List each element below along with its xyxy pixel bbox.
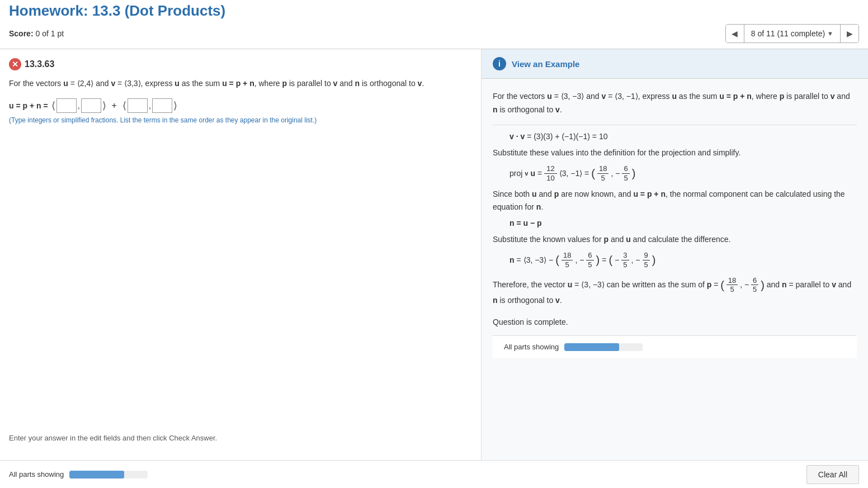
header: Homework: 13.3 (Dot Products) Score: 0 o… — [0, 0, 868, 49]
equation-line: u = p + n = ⟨ , ⟩ + ⟨ , ⟩ — [9, 98, 472, 113]
next-button[interactable]: ▶ — [841, 25, 858, 42]
n-first-input[interactable] — [128, 98, 148, 113]
badge-icon: ✕ — [9, 58, 21, 70]
nav-position[interactable]: 8 of 11 (11 complete) ▼ — [744, 25, 841, 42]
step3-desc: Substitute the known values for p and u … — [493, 233, 857, 245]
bottom-left: All parts showing — [0, 470, 481, 478]
divider-1 — [493, 125, 857, 125]
badge-number: 13.3.63 — [25, 59, 54, 69]
all-parts-label: All parts showing — [9, 470, 64, 478]
question-complete: Question is complete. — [493, 318, 857, 326]
question-text: For the vectors u = ⟨2,4⟩ and v = ⟨3,3⟩,… — [9, 77, 472, 89]
bottom-right: Clear All — [481, 465, 868, 484]
proj-result-a-den: 5 — [600, 174, 607, 183]
right-progress-fill — [564, 343, 619, 351]
equation-label: u = p + n = — [9, 101, 48, 110]
info-icon: i — [493, 57, 506, 70]
main-layout: ✕ 13.3.63 For the vectors u = ⟨2,4⟩ and … — [0, 49, 868, 487]
p-second-input[interactable] — [81, 98, 101, 113]
right-bottom: All parts showing — [493, 335, 857, 358]
vv-calculation: v · v = (3)(3) + (−1)(−1) = 10 — [510, 132, 857, 141]
score-row: Score: 0 of 1 pt ◀ 8 of 11 (11 complete)… — [9, 20, 859, 46]
proj-frac-den: 10 — [544, 174, 556, 183]
example-problem: For the vectors u = ⟨3, −3⟩ and v = ⟨3, … — [493, 90, 857, 117]
page-wrapper: Homework: 13.3 (Dot Products) Score: 0 o… — [0, 0, 868, 488]
n-formula: n = ⟨3, −3⟩ − ( 18 5 , − 6 5 ) = ( − — [510, 251, 857, 269]
progress-bar-container — [69, 471, 148, 478]
proj-frac-num: 12 — [544, 164, 556, 174]
right-panel: i View an Example For the vectors u = ⟨3… — [481, 49, 868, 487]
question-badge: ✕ 13.3.63 — [9, 58, 54, 70]
title-suffix: (Dot Products) — [125, 2, 226, 19]
prev-button[interactable]: ◀ — [726, 25, 744, 42]
left-panel: ✕ 13.3.63 For the vectors u = ⟨2,4⟩ and … — [0, 49, 481, 487]
score-value: 0 of 1 pt — [35, 29, 64, 38]
proj-result-b-den: 5 — [622, 174, 629, 183]
conclusion-text: Therefore, the vector u = ⟨3, −3⟩ can be… — [493, 276, 857, 307]
right-all-parts-label: All parts showing — [504, 343, 559, 351]
clear-all-button[interactable]: Clear All — [806, 465, 859, 484]
enter-hint: Enter your answer in the edit fields and… — [9, 434, 217, 442]
step2-desc: Since both u and p are now known, and u … — [493, 188, 857, 213]
nav-controls: ◀ 8 of 11 (11 complete) ▼ ▶ — [725, 24, 859, 43]
example-content: For the vectors u = ⟨3, −3⟩ and v = ⟨3, … — [482, 79, 868, 369]
plus-sign: + — [112, 101, 117, 111]
score-label: Score: — [9, 29, 34, 38]
bottom-bar: All parts showing Clear All — [0, 460, 868, 488]
page-title: Homework: 13.3 (Dot Products) — [9, 0, 859, 20]
title-prefix: Homework: 13.3 — [9, 2, 125, 19]
n-eq: n = u − p — [510, 219, 857, 228]
score-text: Score: 0 of 1 pt — [9, 29, 64, 38]
p-first-input[interactable] — [56, 98, 77, 113]
n-second-input[interactable] — [152, 98, 172, 113]
view-example-header: i View an Example — [482, 49, 868, 79]
progress-bar-fill — [69, 471, 124, 478]
second-bracket-group: ⟨ , ⟩ — [122, 98, 177, 113]
proj-result-a-num: 18 — [597, 164, 608, 174]
hint-text: (Type integers or simplified fractions. … — [9, 116, 472, 124]
view-example-text: View an Example — [512, 59, 579, 69]
nav-dropdown-arrow: ▼ — [827, 30, 833, 37]
step1-desc: Substitute these values into the definit… — [493, 146, 857, 159]
proj-result-b-num: 6 — [622, 164, 629, 174]
proj-formula: projvu = 12 10 ⟨3, −1⟩ = ( 18 5 , − 6 5 — [510, 164, 857, 182]
first-bracket-group: ⟨ , ⟩ — [51, 98, 106, 113]
right-progress-bar — [564, 343, 643, 351]
